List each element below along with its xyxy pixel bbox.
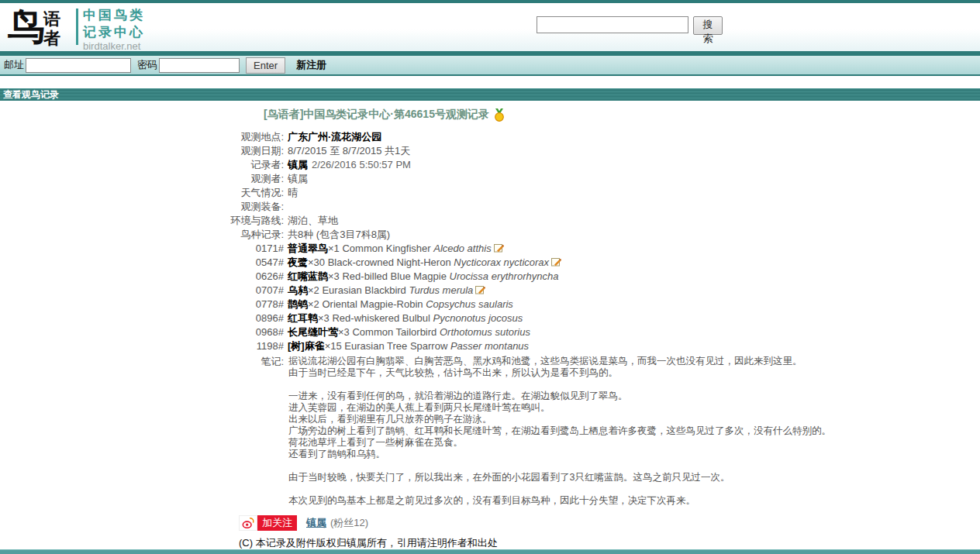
detail-row-date: 观测日期: 8/7/2015 至 8/7/2015 共1天 [0,144,980,158]
weather-value: 晴 [288,186,298,200]
species-entry: 鹊鸲×2 Oriental Magpie-Robin Copsychus sau… [288,298,513,311]
logo-chars-small: 语 者 [43,9,60,48]
species-entry: 长尾缝叶莺×3 Common Tailorbird Orthotomus sut… [288,325,530,339]
species-row: 0626# 红嘴蓝鹊×3 Red-billed Blue Magpie Uroc… [0,270,980,284]
date-value: 8/7/2015 至 8/7/2015 共1天 [288,144,410,158]
species-entry: [树]麻雀×15 Eurasian Tree Sparrow Passer mo… [288,339,529,353]
species-label: 鸟种记录: [0,228,284,242]
register-link[interactable]: 新注册 [296,58,326,72]
species-row: 1198# [树]麻雀×15 Eurasian Tree Sparrow Pas… [0,339,980,353]
species-entry: 红嘴蓝鹊×3 Red-billed Blue Magpie Urocissa e… [288,270,558,284]
weibo-logo-icon [239,515,257,531]
species-code: 0896# [0,311,284,325]
record-content: [鸟语者]中国鸟类记录中心·第46615号观测记录 观测地点: 广东广州·流花湖… [0,108,980,554]
record-time: 2/26/2016 5:50:57 PM [312,158,411,172]
species-row: 0778# 鹊鸲×2 Oriental Magpie-Robin Copsych… [0,298,980,311]
species-code: 1198# [0,339,284,353]
detail-row-species-summary: 鸟种记录: 共8种 (包含3目7科8属) [0,228,980,242]
record-title: [鸟语者]中国鸟类记录中心·第46615号观测记录 [264,108,489,122]
recorder-value: 镇属 [288,158,308,172]
recorder-label: 记录者: [0,158,284,172]
fans-count: (粉丝12) [330,516,368,530]
section-title-bar: 查看观鸟记录 [0,88,980,101]
logo-char-bird: 鸟 [8,5,45,48]
species-row: 0171# 普通翠鸟×1 Common Kingfisher Alcedo at… [0,242,980,256]
search-button[interactable]: 搜索 [693,16,723,35]
observer-value: 镇属 [288,172,308,186]
brand-name: 中国鸟类 记录中心 [83,7,145,41]
species-code: 0707# [0,284,284,298]
photo-edit-icon[interactable] [475,285,485,294]
species-summary: 共8种 (包含3目7科8属) [288,228,390,242]
detail-row-recorder: 记录者: 镇属 2/26/2016 5:50:57 PM [0,158,980,172]
species-row: 0968# 长尾缝叶莺×3 Common Tailorbird Orthotom… [0,325,980,339]
species-row: 0896# 红耳鹎×3 Red-whiskered Bulbul Pycnono… [0,311,980,325]
detail-row-equipment: 观测装备: [0,200,980,214]
equipment-label: 观测装备: [0,200,284,214]
email-label: 邮址 [4,58,24,72]
weibo-follow-button[interactable]: 加关注 [257,515,297,531]
medal-icon [493,108,506,122]
site-logo[interactable]: 鸟 语 者 [8,5,60,48]
notes-section: 笔记: 据说流花湖公园有白胸翡翠、白胸苦恶鸟、黑水鸡和池鹭，这些鸟类据说是菜鸟，… [0,356,980,507]
copyright-line: (C) 本记录及附件版权归镇属所有，引用请注明作者和出处 [239,537,980,549]
species-code: 0968# [0,325,284,339]
search-input[interactable] [537,16,688,33]
record-details: 观测地点: 广东广州·流花湖公园 观测日期: 8/7/2015 至 8/7/20… [0,130,980,353]
environment-value: 湖泊、草地 [288,214,338,228]
notes-body: 据说流花湖公园有白胸翡翠、白胸苦恶鸟、黑水鸡和池鹭，这些鸟类据说是菜鸟，而我一次… [288,356,831,507]
brand-divider [76,9,78,45]
detail-row-observer: 观测者: 镇属 [0,172,980,186]
species-code: 0778# [0,298,284,311]
record-title-row: [鸟语者]中国鸟类记录中心·第46615号观测记录 [264,108,980,122]
observer-label: 观测者: [0,172,284,186]
species-code: 0171# [0,242,284,256]
footer-bar [0,549,980,554]
date-label: 观测日期: [0,144,284,158]
login-bar: 邮址 密码 Enter 新注册 [0,56,980,76]
location-label: 观测地点: [0,130,284,144]
photo-edit-icon[interactable] [551,257,561,267]
species-entry: 普通翠鸟×1 Common Kingfisher Alcedo atthis [288,242,504,256]
environment-label: 环境与路线: [0,214,284,228]
author-row: 加关注 镇属 (粉丝12) [239,514,980,532]
location-value: 广东广州·流花湖公园 [288,130,381,144]
species-code: 0626# [0,270,284,284]
search-area: 搜索 [537,16,723,35]
species-entry: 乌鸫×2 Eurasian Blackbird Turdus merula [288,284,485,298]
notes-label: 笔记: [0,356,284,507]
brand-line2: 记录中心 [83,24,145,41]
password-label: 密码 [137,58,157,72]
detail-row-location: 观测地点: 广东广州·流花湖公园 [0,130,980,144]
species-code: 0547# [0,256,284,270]
login-enter-button[interactable]: Enter [246,57,285,74]
detail-row-environment: 环境与路线: 湖泊、草地 [0,214,980,228]
weather-label: 天气情况: [0,186,284,200]
detail-row-weather: 天气情况: 晴 [0,186,980,200]
species-row: 0547# 夜鹭×30 Black-crowned Night-Heron Ny… [0,256,980,270]
brand-line1: 中国鸟类 [83,7,145,24]
species-entry: 红耳鹎×3 Red-whiskered Bulbul Pycnonotus jo… [288,311,523,325]
species-row: 0707# 乌鸫×2 Eurasian Blackbird Turdus mer… [0,284,980,298]
brand-domain: birdtalker.net [83,40,140,52]
password-field[interactable] [159,58,240,73]
author-name-link[interactable]: 镇属 [306,516,326,530]
header-gap [0,76,980,88]
site-header: 鸟 语 者 中国鸟类 记录中心 birdtalker.net 搜索 [0,3,980,51]
photo-edit-icon[interactable] [494,243,504,253]
species-entry: 夜鹭×30 Black-crowned Night-Heron Nycticor… [288,256,561,270]
email-field[interactable] [26,58,131,73]
